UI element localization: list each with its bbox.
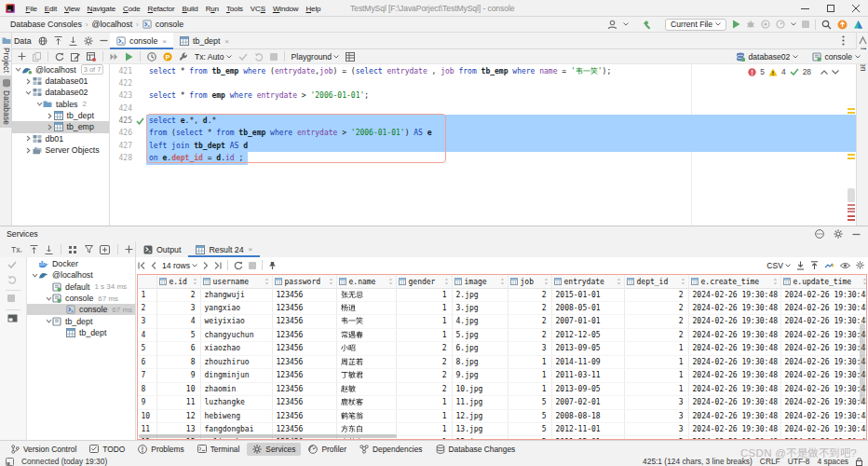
breadcrumb-item[interactable]: @localhost bbox=[91, 20, 132, 29]
grid-tab-icon[interactable] bbox=[196, 245, 205, 254]
branch-toolwindow-icon[interactable] bbox=[11, 445, 20, 454]
console-tab-icon[interactable] bbox=[116, 36, 126, 46]
cell-username[interactable]: changyuchun bbox=[200, 329, 272, 342]
cell-e-create_time[interactable]: 2024-02-26 19:30:48 bbox=[688, 396, 780, 409]
toolwindow-button-dependencies[interactable]: Dependencies bbox=[354, 443, 428, 456]
cell-dept_id[interactable]: 3 bbox=[624, 423, 688, 436]
cell-gender[interactable]: 1 bbox=[396, 396, 452, 409]
chevron-expanded-icon[interactable] bbox=[45, 319, 52, 323]
cell-dept_id[interactable]: 2 bbox=[624, 329, 688, 342]
cell-e-update_time[interactable]: 2024-02-26 19:30:48 bbox=[780, 410, 867, 423]
cell-e-name[interactable] bbox=[336, 396, 396, 409]
cell-username[interactable]: zhouzhiruo bbox=[200, 356, 272, 369]
cell-image[interactable]: 13.jpg bbox=[452, 423, 508, 436]
lock-icon[interactable] bbox=[856, 458, 862, 466]
eye-icon[interactable] bbox=[840, 262, 850, 269]
maximize-button[interactable] bbox=[818, 0, 843, 17]
cell-password[interactable]: 123456 bbox=[272, 396, 336, 409]
database-selector[interactable]: database02 bbox=[736, 52, 798, 62]
run-button-icon[interactable] bbox=[732, 20, 740, 29]
menu-build[interactable]: Build bbox=[179, 5, 201, 13]
passed-count-icon[interactable] bbox=[790, 68, 799, 75]
cell-e-update_time[interactable]: 2024-02-26 19:30:48 bbox=[780, 289, 867, 302]
cell-image[interactable]: 2.jpg bbox=[452, 289, 508, 302]
plus-icon[interactable] bbox=[18, 52, 26, 61]
cell-e-create_time[interactable]: 2024-02-26 19:30:48 bbox=[688, 410, 780, 423]
cell-entrydate[interactable]: 2012-12-05 bbox=[551, 329, 624, 342]
export-star-icon[interactable] bbox=[824, 261, 834, 270]
cell-e-name[interactable] bbox=[336, 342, 396, 355]
column-icon-icon[interactable] bbox=[159, 278, 167, 285]
cell-entrydate[interactable]: 2015-01-01 bbox=[551, 289, 624, 302]
menu-help[interactable]: Help bbox=[303, 5, 324, 13]
cell-password[interactable]: 123456 bbox=[272, 356, 336, 369]
service-item-default[interactable]: default1 s 34 ms bbox=[27, 281, 135, 293]
cell-password[interactable]: 123456 bbox=[272, 302, 336, 315]
menu-view[interactable]: View bbox=[61, 5, 84, 13]
collapse-all-icon[interactable] bbox=[45, 245, 53, 254]
service-item-tb_dept[interactable]: tb_dept bbox=[27, 316, 135, 327]
layout-icon[interactable] bbox=[6, 458, 14, 466]
profiler-button-icon[interactable] bbox=[776, 20, 785, 29]
cell-username[interactable]: dingminjun bbox=[200, 369, 272, 382]
stop-button-icon[interactable] bbox=[802, 21, 809, 28]
project-stripe-icon[interactable] bbox=[2, 36, 11, 45]
cell-e-update_time[interactable]: 2024-02-26 19:30:48 bbox=[780, 356, 867, 369]
cell-dept_id[interactable]: 3 bbox=[624, 396, 688, 409]
column-header-e-create_time[interactable]: e.create_time bbox=[691, 275, 778, 289]
params-icon[interactable]: P bbox=[163, 52, 172, 62]
cell-entrydate[interactable]: 2007-01-01 bbox=[551, 315, 624, 328]
cell-username[interactable]: zhaomin bbox=[200, 383, 272, 396]
prev-problem-icon[interactable] bbox=[821, 70, 828, 75]
cell-password[interactable]: 123456 bbox=[272, 383, 336, 396]
cell-entrydate[interactable]: 2008-05-01 bbox=[551, 302, 624, 315]
service-item-console[interactable]: console67 ms bbox=[27, 293, 135, 304]
chevron-expanded-icon[interactable] bbox=[35, 102, 43, 106]
cell-gender[interactable]: 1 bbox=[396, 329, 452, 342]
cell-job[interactable]: 5 bbox=[508, 396, 551, 409]
group-icon[interactable] bbox=[68, 245, 77, 254]
menu-navigate[interactable]: Navigate bbox=[84, 5, 118, 13]
cell-entrydate[interactable]: 2007-02-01 bbox=[551, 396, 624, 409]
cell-username[interactable]: weiyixiao bbox=[200, 315, 272, 328]
chevron-expanded-icon[interactable] bbox=[25, 90, 33, 95]
sort-icon[interactable] bbox=[681, 278, 685, 285]
menu-code[interactable]: Code bbox=[120, 5, 144, 13]
tab-close-icon[interactable]: × bbox=[249, 245, 253, 254]
code-with-me-icon[interactable] bbox=[853, 20, 863, 30]
table-tab-icon[interactable] bbox=[180, 36, 189, 46]
column-header-username[interactable]: username bbox=[203, 275, 269, 289]
scrollbar-thumb[interactable] bbox=[848, 188, 855, 202]
cell-e-update_time[interactable]: 2024-02-26 19:30:48 bbox=[780, 315, 867, 328]
chevron-collapsed-icon[interactable] bbox=[25, 78, 33, 85]
cell-username[interactable]: luzhangke bbox=[200, 396, 272, 409]
folder-tree-icon[interactable] bbox=[43, 100, 52, 108]
cell-password[interactable]: 123456 bbox=[272, 410, 336, 423]
column-icon-icon[interactable] bbox=[339, 278, 346, 285]
menu-file[interactable]: File bbox=[22, 5, 40, 13]
mysql-tree-icon[interactable] bbox=[21, 65, 32, 75]
cell-e-id[interactable]: 4 bbox=[156, 315, 200, 328]
table-service-icon[interactable] bbox=[66, 328, 75, 337]
cell-username[interactable]: yangxiao bbox=[200, 302, 272, 315]
page-last-icon[interactable] bbox=[214, 262, 222, 269]
cell-gender[interactable]: 2 bbox=[396, 383, 452, 396]
cell-dept_id[interactable]: 2 bbox=[624, 315, 688, 328]
column-icon-icon[interactable] bbox=[554, 278, 562, 285]
web-icon[interactable] bbox=[38, 36, 47, 46]
profiler-dropdown-icon[interactable] bbox=[791, 22, 796, 26]
services-toolwindow-icon[interactable] bbox=[252, 445, 262, 454]
cell-image[interactable]: 12.jpg bbox=[452, 410, 508, 423]
csv-format-select[interactable]: CSV bbox=[766, 261, 791, 270]
cell-job[interactable]: 2 bbox=[508, 302, 551, 315]
history-icon[interactable] bbox=[147, 52, 156, 62]
run-configuration-select[interactable]: Current File bbox=[665, 19, 726, 31]
column-icon-icon[interactable] bbox=[691, 278, 698, 285]
chevron-collapsed-icon[interactable] bbox=[25, 147, 33, 154]
cell-gender[interactable]: 2 bbox=[396, 342, 452, 355]
cell-password[interactable]: 123456 bbox=[272, 329, 336, 342]
plus-icon[interactable] bbox=[125, 245, 133, 254]
output-tab-icon[interactable] bbox=[143, 245, 153, 254]
cell-job[interactable]: 1 bbox=[508, 356, 551, 369]
cell-job[interactable]: 3 bbox=[508, 342, 551, 355]
